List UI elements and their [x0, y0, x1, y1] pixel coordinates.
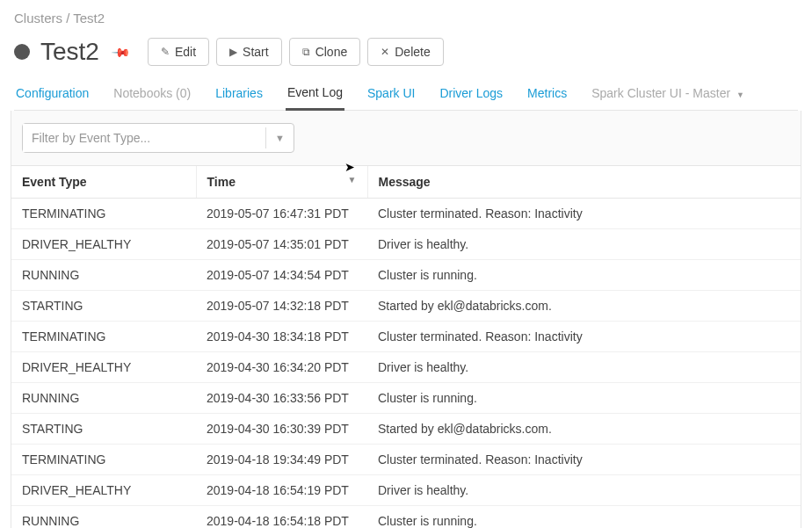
cell-event-type: RUNNING [11, 383, 196, 414]
filter-event-type-select[interactable]: ▼ [22, 123, 294, 153]
status-dot-icon [14, 44, 30, 60]
breadcrumb-root[interactable]: Clusters [14, 11, 62, 25]
close-icon: ✕ [381, 46, 389, 58]
table-row[interactable]: RUNNING2019-04-18 16:54:18 PDTCluster is… [11, 506, 801, 529]
cell-message: Cluster terminated. Reason: Inactivity [367, 322, 801, 352]
chevron-down-icon[interactable]: ▼ [265, 127, 294, 148]
page-title: Test2 [40, 38, 99, 66]
cell-event-type: DRIVER_HEALTHY [11, 475, 196, 506]
clone-icon: ⧉ [302, 46, 310, 58]
cell-message: Cluster terminated. Reason: Inactivity [367, 445, 801, 475]
table-row[interactable]: STARTING2019-05-07 14:32:18 PDTStarted b… [11, 291, 801, 322]
breadcrumb-sep: / [66, 11, 69, 25]
table-row[interactable]: TERMINATING2019-05-07 16:47:31 PDTCluste… [11, 199, 801, 229]
cell-time: 2019-05-07 14:32:18 PDT [196, 291, 367, 322]
edit-button[interactable]: ✎ Edit [148, 38, 209, 66]
cell-time: 2019-04-30 16:30:39 PDT [196, 414, 367, 445]
cell-message: Driver is healthy. [367, 352, 801, 383]
edit-label: Edit [175, 45, 196, 59]
table-row[interactable]: TERMINATING2019-04-18 19:34:49 PDTCluste… [11, 445, 801, 475]
cell-event-type: STARTING [11, 291, 196, 322]
cell-time: 2019-04-18 19:34:49 PDT [196, 445, 367, 475]
chevron-down-icon: ▼ [736, 90, 744, 99]
cell-time: 2019-04-18 16:54:18 PDT [196, 506, 367, 529]
cell-message: Cluster is running. [367, 260, 801, 291]
play-icon: ▶ [229, 46, 237, 58]
breadcrumb: Clusters / Test2 [14, 11, 798, 25]
cell-message: Cluster is running. [367, 506, 801, 529]
table-row[interactable]: DRIVER_HEALTHY2019-05-07 14:35:01 PDTDri… [11, 229, 801, 260]
sort-desc-icon[interactable]: ▼ [348, 175, 357, 184]
spark-cluster-ui-label: Spark Cluster UI - Master [591, 86, 730, 100]
delete-button[interactable]: ✕ Delete [367, 38, 443, 66]
cell-event-type: RUNNING [11, 506, 196, 529]
tab-metrics[interactable]: Metrics [526, 86, 569, 109]
pencil-icon: ✎ [161, 46, 170, 58]
pin-icon[interactable]: 📌 [111, 41, 131, 61]
table-row[interactable]: RUNNING2019-04-30 16:33:56 PDTCluster is… [11, 383, 801, 414]
clone-button[interactable]: ⧉ Clone [289, 38, 361, 66]
event-log-table: Event Type Time ▼ Message TERMINATING201… [11, 165, 801, 528]
cell-message: Driver is healthy. [367, 475, 801, 506]
breadcrumb-leaf: Test2 [73, 11, 105, 25]
cell-event-type: TERMINATING [11, 445, 196, 475]
column-event-type[interactable]: Event Type [11, 166, 196, 199]
cell-event-type: TERMINATING [11, 322, 196, 352]
tab-configuration[interactable]: Configuration [14, 86, 91, 109]
cell-time: 2019-05-07 14:35:01 PDT [196, 229, 367, 260]
clone-label: Clone [315, 45, 348, 59]
tab-spark-ui[interactable]: Spark UI [366, 86, 417, 109]
table-row[interactable]: DRIVER_HEALTHY2019-04-30 16:34:20 PDTDri… [11, 352, 801, 383]
column-time[interactable]: Time ▼ [196, 166, 367, 199]
cell-time: 2019-04-30 16:33:56 PDT [196, 383, 367, 414]
tab-spark-cluster-ui[interactable]: Spark Cluster UI - Master ▼ [590, 86, 746, 109]
cell-time: 2019-04-30 16:34:20 PDT [196, 352, 367, 383]
cell-message: Driver is healthy. [367, 229, 801, 260]
cell-message: Started by ekl@databricks.com. [367, 414, 801, 445]
cell-time: 2019-04-30 18:34:18 PDT [196, 322, 367, 352]
cell-event-type: DRIVER_HEALTHY [11, 352, 196, 383]
delete-label: Delete [395, 45, 430, 59]
table-row[interactable]: STARTING2019-04-30 16:30:39 PDTStarted b… [11, 414, 801, 445]
cell-time: 2019-05-07 14:34:54 PDT [196, 260, 367, 291]
cell-message: Started by ekl@databricks.com. [367, 291, 801, 322]
filter-event-type-input[interactable] [23, 124, 265, 152]
column-time-label: Time [207, 175, 236, 189]
start-button[interactable]: ▶ Start [216, 38, 282, 66]
cell-message: Cluster terminated. Reason: Inactivity [367, 199, 801, 229]
cell-event-type: STARTING [11, 414, 196, 445]
cell-time: 2019-05-07 16:47:31 PDT [196, 199, 367, 229]
cell-time: 2019-04-18 16:54:19 PDT [196, 475, 367, 506]
column-message[interactable]: Message [367, 166, 801, 199]
tab-event-log[interactable]: Event Log [286, 85, 344, 111]
cell-event-type: TERMINATING [11, 199, 196, 229]
cell-event-type: DRIVER_HEALTHY [11, 229, 196, 260]
cell-event-type: RUNNING [11, 260, 196, 291]
tab-libraries[interactable]: Libraries [214, 86, 265, 109]
cell-message: Cluster is running. [367, 383, 801, 414]
tab-notebooks[interactable]: Notebooks (0) [112, 86, 192, 109]
tab-driver-logs[interactable]: Driver Logs [438, 86, 504, 109]
tabs: Configuration Notebooks (0) Libraries Ev… [14, 85, 798, 111]
table-row[interactable]: TERMINATING2019-04-30 18:34:18 PDTCluste… [11, 322, 801, 352]
start-label: Start [243, 45, 269, 59]
table-row[interactable]: RUNNING2019-05-07 14:34:54 PDTCluster is… [11, 260, 801, 291]
table-row[interactable]: DRIVER_HEALTHY2019-04-18 16:54:19 PDTDri… [11, 475, 801, 506]
